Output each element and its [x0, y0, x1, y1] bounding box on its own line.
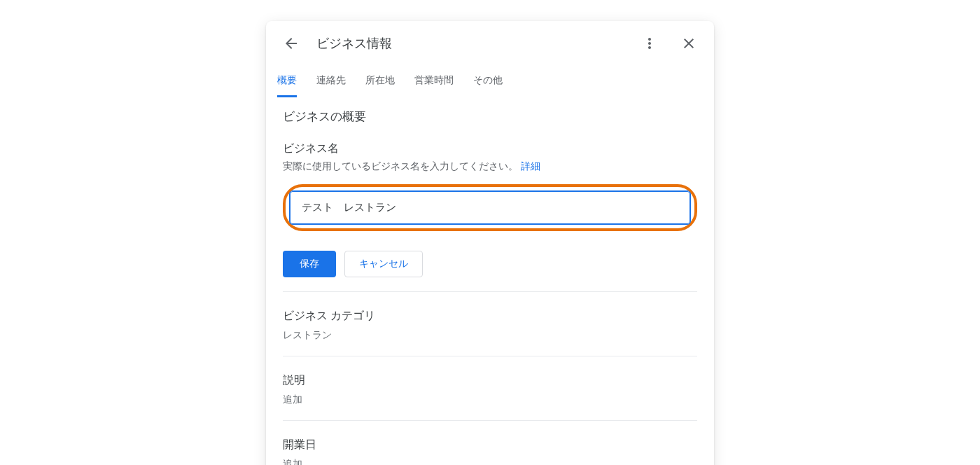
dialog-header: ビジネス情報 [266, 21, 714, 66]
opening-date-label: 開業日 [283, 438, 697, 452]
tab-other[interactable]: その他 [473, 66, 503, 97]
close-icon [680, 35, 697, 52]
tab-overview[interactable]: 概要 [277, 66, 297, 97]
close-button[interactable] [675, 29, 703, 57]
save-button[interactable]: 保存 [283, 251, 336, 277]
section-heading: ビジネスの概要 [283, 109, 697, 125]
more-button[interactable] [636, 29, 664, 57]
business-name-hint: 実際に使用しているビジネス名を入力してください。 詳細 [283, 160, 697, 173]
back-button[interactable] [277, 29, 305, 57]
description-label: 説明 [283, 373, 697, 388]
dialog-title: ビジネス情報 [316, 35, 624, 52]
hint-text: 実際に使用しているビジネス名を入力してください。 [283, 160, 518, 172]
tab-hours[interactable]: 営業時間 [414, 66, 454, 97]
business-name-input[interactable] [290, 191, 690, 224]
button-row: 保存 キャンセル [283, 251, 697, 277]
description-value: 追加 [283, 394, 697, 406]
description-block[interactable]: 説明 追加 [283, 370, 697, 406]
category-block[interactable]: ビジネス カテゴリ レストラン [283, 306, 697, 342]
tab-location[interactable]: 所在地 [365, 66, 395, 97]
dialog-content: ビジネスの概要 ビジネス名 実際に使用しているビジネス名を入力してください。 詳… [266, 97, 714, 465]
business-info-dialog: ビジネス情報 概要 連絡先 所在地 営業時間 その他 ビジネスの概要 ビジネス名… [266, 21, 714, 465]
more-vert-icon [641, 35, 658, 52]
category-label: ビジネス カテゴリ [283, 309, 697, 324]
divider [283, 291, 697, 292]
arrow-back-icon [283, 35, 300, 52]
opening-date-value: 追加 [283, 458, 697, 465]
cancel-button[interactable]: キャンセル [344, 251, 423, 277]
highlight-annotation [283, 184, 697, 231]
divider [283, 420, 697, 421]
details-link[interactable]: 詳細 [521, 160, 540, 172]
tab-bar: 概要 連絡先 所在地 営業時間 その他 [266, 66, 714, 97]
divider [283, 356, 697, 356]
category-value: レストラン [283, 329, 697, 342]
business-name-label: ビジネス名 [283, 141, 697, 156]
opening-date-block[interactable]: 開業日 追加 [283, 435, 697, 465]
tab-contact[interactable]: 連絡先 [316, 66, 346, 97]
